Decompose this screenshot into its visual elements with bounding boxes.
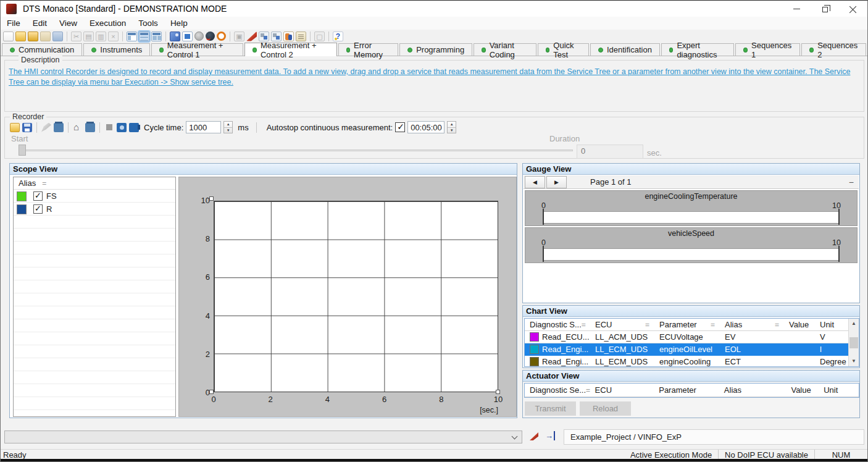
menu-help[interactable]: Help: [164, 17, 194, 30]
start-slider-track[interactable]: [19, 149, 573, 151]
tab-measurement-control-1[interactable]: Measurement + Control 1: [151, 43, 243, 56]
duration-input[interactable]: 0: [577, 145, 643, 159]
save-recording-icon[interactable]: [22, 123, 32, 132]
disconnect-icon[interactable]: [271, 32, 282, 41]
ecu-access-icon[interactable]: [283, 32, 294, 41]
stop-icon[interactable]: [106, 124, 112, 130]
col-alias[interactable]: Alias: [719, 384, 787, 397]
tab-programming[interactable]: Programming: [399, 43, 472, 56]
open-folder-icon[interactable]: [28, 32, 38, 41]
minimize-button[interactable]: [782, 1, 811, 17]
notes-icon[interactable]: [296, 32, 306, 41]
tab-quick-test[interactable]: Quick Test: [538, 43, 589, 56]
signal-checkbox[interactable]: [33, 191, 43, 201]
scroll-up-icon[interactable]: ▲: [849, 319, 859, 329]
execute-icon[interactable]: [530, 432, 538, 440]
tab-measurement-control-2[interactable]: Measurement + Control 2: [244, 43, 336, 56]
signal-row-r[interactable]: R: [14, 203, 175, 216]
axis-handle[interactable]: [209, 196, 214, 201]
tab-sequences-1[interactable]: Sequences 1: [735, 43, 800, 56]
col-unit[interactable]: Unit: [815, 319, 849, 330]
autostop-time-input[interactable]: 00:05:00: [407, 121, 444, 133]
project-enter-icon[interactable]: →: [545, 431, 555, 440]
page-prev-button[interactable]: ◀: [525, 176, 545, 188]
message-combobox[interactable]: [4, 430, 522, 443]
restore-button[interactable]: [811, 1, 839, 17]
col-diagnostic-service[interactable]: Diagnostic Se...=: [525, 384, 590, 397]
col-parameter[interactable]: Parameter: [654, 384, 719, 397]
reload-button[interactable]: Reload: [580, 401, 631, 416]
layout-rows-icon[interactable]: [139, 32, 149, 41]
delete-icon[interactable]: ×: [108, 32, 119, 41]
single-shot-icon[interactable]: [194, 32, 204, 41]
help-icon[interactable]: ?: [333, 32, 343, 41]
close-button[interactable]: [839, 1, 867, 17]
flash-programming-icon[interactable]: [246, 32, 257, 41]
table-row[interactable]: Read_ECU... LL_ACM_UDS ECUVoltage EV V: [525, 331, 859, 343]
screenshot-icon[interactable]: ▣: [234, 32, 244, 41]
layout-grid-icon[interactable]: [151, 32, 162, 41]
window-icon[interactable]: ▢: [314, 32, 325, 41]
col-value[interactable]: Value: [786, 384, 819, 397]
menu-edit[interactable]: Edit: [27, 17, 53, 30]
col-diagnostic-service[interactable]: Diagnostic S...=: [525, 319, 590, 330]
col-parameter[interactable]: Parameter=: [654, 319, 720, 330]
stop-execution-icon[interactable]: [182, 32, 193, 41]
scroll-down-icon[interactable]: ▼: [849, 356, 859, 366]
cycle-time-stepper[interactable]: ▲▼: [223, 121, 233, 133]
open-workspace-icon[interactable]: [40, 32, 51, 41]
signal-row-fs[interactable]: FS: [14, 190, 175, 203]
table-row[interactable]: Read_Engi... LL_ECM_UDS engineCooling EC…: [525, 356, 859, 367]
col-unit[interactable]: Unit: [819, 384, 859, 397]
record-icon[interactable]: [206, 32, 215, 41]
col-ecu[interactable]: ECU: [590, 384, 654, 397]
menu-file[interactable]: File: [1, 17, 27, 30]
cut-icon[interactable]: ✂: [71, 32, 81, 41]
scrollbar-thumb[interactable]: [849, 337, 858, 348]
tab-sequences-2[interactable]: Sequences 2: [801, 43, 866, 56]
layout-left-icon[interactable]: [127, 32, 137, 41]
home-icon[interactable]: [73, 123, 83, 132]
connect-icon[interactable]: [259, 32, 269, 41]
open-recording-icon[interactable]: [10, 123, 20, 132]
edit-icon[interactable]: [41, 123, 51, 132]
tab-error-memory[interactable]: Error Memory: [338, 43, 398, 56]
start-slider-thumb[interactable]: [19, 145, 26, 156]
new-file-icon[interactable]: [3, 32, 14, 41]
autostop-stepper[interactable]: ▲▼: [447, 121, 456, 133]
col-alias[interactable]: Alias=: [720, 319, 784, 330]
refresh-icon[interactable]: [217, 32, 226, 41]
paste-icon[interactable]: ▥: [96, 32, 106, 41]
alias-column-header[interactable]: Alias =: [14, 177, 175, 190]
signal-checkbox[interactable]: [33, 204, 43, 214]
menu-execution[interactable]: Execution: [83, 17, 132, 30]
tab-variant-coding[interactable]: Variant Coding: [474, 43, 536, 56]
tab-communication[interactable]: Communication: [2, 43, 82, 56]
menu-view[interactable]: View: [53, 17, 83, 30]
col-ecu[interactable]: ECU=: [590, 319, 654, 330]
clear-views-icon[interactable]: [85, 123, 95, 132]
page-next-button[interactable]: ▶: [546, 176, 567, 188]
collapse-button[interactable]: −: [849, 177, 854, 187]
tab-expert-diagnostics[interactable]: Expert diagnostics: [661, 43, 734, 56]
start-execution-icon[interactable]: [170, 32, 180, 41]
tab-identification[interactable]: Identification: [590, 43, 660, 56]
col-value[interactable]: Value: [784, 319, 815, 330]
cycle-time-input[interactable]: 1000: [186, 121, 221, 133]
copy-icon[interactable]: ▤: [83, 32, 94, 41]
transmit-button[interactable]: Transmit: [525, 401, 576, 416]
axis-handle[interactable]: [496, 390, 500, 394]
vertical-scrollbar[interactable]: ▲ ▼: [848, 319, 859, 366]
axis-handle[interactable]: [209, 390, 214, 394]
video-icon[interactable]: [129, 123, 139, 132]
description-link[interactable]: The HMI control Recorder is designed to …: [9, 67, 861, 87]
autostop-checkbox[interactable]: [395, 122, 405, 132]
open-file-icon[interactable]: [15, 32, 26, 41]
clear-icon[interactable]: [54, 123, 64, 132]
tab-label: Instruments: [100, 45, 142, 54]
snapshot-icon[interactable]: [117, 123, 127, 132]
save-icon[interactable]: [52, 32, 63, 41]
menu-tools[interactable]: Tools: [132, 17, 164, 30]
tab-instruments[interactable]: Instruments: [83, 43, 150, 56]
table-row-selected[interactable]: Read_Engi... LL_ECM_UDS engineOilLevel E…: [525, 343, 859, 356]
